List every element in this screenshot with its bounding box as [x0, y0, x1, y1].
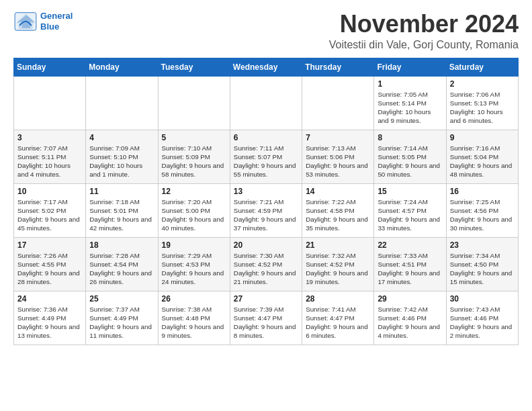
day-number: 29: [378, 294, 442, 304]
calendar-day-24: 24Sunrise: 7:36 AMSunset: 4:49 PMDayligh…: [14, 291, 86, 345]
day-info: Sunrise: 7:37 AMSunset: 4:49 PMDaylight:…: [89, 305, 154, 340]
location-title: Voitestii din Vale, Gorj County, Romania: [329, 39, 519, 51]
day-number: 26: [162, 294, 226, 304]
day-number: 20: [234, 240, 298, 250]
day-number: 15: [378, 187, 442, 196]
day-number: 1: [378, 79, 442, 89]
day-number: 18: [89, 240, 154, 250]
weekday-header-sunday: Sunday: [14, 58, 86, 76]
logo-icon: [13, 11, 38, 32]
day-number: 7: [306, 133, 370, 142]
calendar-day-2: 2Sunrise: 7:06 AMSunset: 5:13 PMDaylight…: [446, 76, 518, 130]
day-info: Sunrise: 7:36 AMSunset: 4:49 PMDaylight:…: [17, 305, 82, 340]
calendar-header: SundayMondayTuesdayWednesdayThursdayFrid…: [14, 58, 519, 76]
weekday-header-row: SundayMondayTuesdayWednesdayThursdayFrid…: [14, 58, 519, 76]
calendar-day-27: 27Sunrise: 7:39 AMSunset: 4:47 PMDayligh…: [230, 291, 302, 345]
day-info: Sunrise: 7:20 AMSunset: 5:00 PMDaylight:…: [162, 197, 226, 233]
day-number: 23: [450, 240, 515, 250]
calendar-day-8: 8Sunrise: 7:14 AMSunset: 5:05 PMDaylight…: [374, 130, 446, 183]
calendar-day-12: 12Sunrise: 7:20 AMSunset: 5:00 PMDayligh…: [158, 183, 230, 237]
calendar-day-19: 19Sunrise: 7:29 AMSunset: 4:53 PMDayligh…: [158, 237, 230, 291]
day-info: Sunrise: 7:22 AMSunset: 4:58 PMDaylight:…: [306, 197, 370, 233]
calendar-day-23: 23Sunrise: 7:34 AMSunset: 4:50 PMDayligh…: [446, 237, 518, 291]
calendar-day-18: 18Sunrise: 7:28 AMSunset: 4:54 PMDayligh…: [86, 237, 158, 291]
day-number: 4: [89, 133, 154, 142]
day-number: 14: [306, 187, 370, 196]
calendar-day-9: 9Sunrise: 7:16 AMSunset: 5:04 PMDaylight…: [446, 130, 518, 183]
calendar-day-4: 4Sunrise: 7:09 AMSunset: 5:10 PMDaylight…: [86, 130, 158, 183]
calendar-day-29: 29Sunrise: 7:42 AMSunset: 4:46 PMDayligh…: [374, 291, 446, 345]
day-number: 6: [234, 133, 298, 142]
header: General Blue November 2024 Voitestii din…: [13, 11, 519, 51]
logo-line1: General: [40, 11, 73, 21]
calendar-week-row: 3Sunrise: 7:07 AMSunset: 5:11 PMDaylight…: [14, 130, 519, 183]
day-info: Sunrise: 7:28 AMSunset: 4:54 PMDaylight:…: [89, 251, 154, 287]
day-info: Sunrise: 7:11 AMSunset: 5:07 PMDaylight:…: [234, 144, 298, 179]
day-number: 13: [234, 187, 298, 196]
calendar-week-row: 1Sunrise: 7:05 AMSunset: 5:14 PMDaylight…: [14, 76, 519, 130]
calendar-day-17: 17Sunrise: 7:26 AMSunset: 4:55 PMDayligh…: [14, 237, 86, 291]
day-number: 19: [162, 240, 226, 250]
day-info: Sunrise: 7:25 AMSunset: 4:56 PMDaylight:…: [450, 197, 515, 233]
day-info: Sunrise: 7:16 AMSunset: 5:04 PMDaylight:…: [450, 144, 515, 179]
day-number: 5: [162, 133, 226, 142]
calendar-day-1: 1Sunrise: 7:05 AMSunset: 5:14 PMDaylight…: [374, 76, 446, 130]
calendar-empty-cell: [302, 76, 374, 130]
day-number: 16: [450, 187, 515, 196]
calendar-week-row: 10Sunrise: 7:17 AMSunset: 5:02 PMDayligh…: [14, 183, 519, 237]
day-number: 12: [162, 187, 226, 196]
day-info: Sunrise: 7:39 AMSunset: 4:47 PMDaylight:…: [234, 305, 298, 340]
day-number: 17: [17, 240, 82, 250]
day-info: Sunrise: 7:06 AMSunset: 5:13 PMDaylight:…: [450, 90, 515, 126]
day-number: 3: [17, 133, 82, 142]
calendar-week-row: 17Sunrise: 7:26 AMSunset: 4:55 PMDayligh…: [14, 237, 519, 291]
calendar-table: SundayMondayTuesdayWednesdayThursdayFrid…: [13, 58, 519, 345]
day-number: 2: [450, 79, 515, 89]
logo: General Blue: [13, 11, 73, 32]
day-info: Sunrise: 7:33 AMSunset: 4:51 PMDaylight:…: [378, 251, 442, 287]
day-number: 28: [306, 294, 370, 304]
day-number: 9: [450, 133, 515, 142]
calendar-day-22: 22Sunrise: 7:33 AMSunset: 4:51 PMDayligh…: [374, 237, 446, 291]
calendar-day-11: 11Sunrise: 7:18 AMSunset: 5:01 PMDayligh…: [86, 183, 158, 237]
day-info: Sunrise: 7:13 AMSunset: 5:06 PMDaylight:…: [306, 144, 370, 179]
weekday-header-monday: Monday: [86, 58, 158, 76]
calendar-day-13: 13Sunrise: 7:21 AMSunset: 4:59 PMDayligh…: [230, 183, 302, 237]
day-info: Sunrise: 7:05 AMSunset: 5:14 PMDaylight:…: [378, 90, 442, 126]
calendar-day-5: 5Sunrise: 7:10 AMSunset: 5:09 PMDaylight…: [158, 130, 230, 183]
day-info: Sunrise: 7:10 AMSunset: 5:09 PMDaylight:…: [162, 144, 226, 179]
day-info: Sunrise: 7:09 AMSunset: 5:10 PMDaylight:…: [89, 144, 154, 179]
calendar-day-6: 6Sunrise: 7:11 AMSunset: 5:07 PMDaylight…: [230, 130, 302, 183]
calendar-empty-cell: [230, 76, 302, 130]
calendar-week-row: 24Sunrise: 7:36 AMSunset: 4:49 PMDayligh…: [14, 291, 519, 345]
calendar-day-14: 14Sunrise: 7:22 AMSunset: 4:58 PMDayligh…: [302, 183, 374, 237]
calendar-day-21: 21Sunrise: 7:32 AMSunset: 4:52 PMDayligh…: [302, 237, 374, 291]
calendar-empty-cell: [86, 76, 158, 130]
day-info: Sunrise: 7:14 AMSunset: 5:05 PMDaylight:…: [378, 144, 442, 179]
day-info: Sunrise: 7:32 AMSunset: 4:52 PMDaylight:…: [306, 251, 370, 287]
calendar-day-25: 25Sunrise: 7:37 AMSunset: 4:49 PMDayligh…: [86, 291, 158, 345]
day-info: Sunrise: 7:38 AMSunset: 4:48 PMDaylight:…: [162, 305, 226, 340]
day-number: 10: [17, 187, 82, 196]
day-info: Sunrise: 7:18 AMSunset: 5:01 PMDaylight:…: [89, 197, 154, 233]
day-info: Sunrise: 7:30 AMSunset: 4:52 PMDaylight:…: [234, 251, 298, 287]
weekday-header-thursday: Thursday: [302, 58, 374, 76]
day-info: Sunrise: 7:42 AMSunset: 4:46 PMDaylight:…: [378, 305, 442, 340]
day-number: 8: [378, 133, 442, 142]
day-info: Sunrise: 7:41 AMSunset: 4:47 PMDaylight:…: [306, 305, 370, 340]
day-info: Sunrise: 7:34 AMSunset: 4:50 PMDaylight:…: [450, 251, 515, 287]
day-number: 24: [17, 294, 82, 304]
weekday-header-friday: Friday: [374, 58, 446, 76]
day-info: Sunrise: 7:21 AMSunset: 4:59 PMDaylight:…: [234, 197, 298, 233]
day-info: Sunrise: 7:43 AMSunset: 4:46 PMDaylight:…: [450, 305, 515, 340]
day-number: 27: [234, 294, 298, 304]
day-info: Sunrise: 7:07 AMSunset: 5:11 PMDaylight:…: [17, 144, 82, 179]
day-number: 11: [89, 187, 154, 196]
weekday-header-saturday: Saturday: [446, 58, 518, 76]
calendar-body: 1Sunrise: 7:05 AMSunset: 5:14 PMDaylight…: [14, 76, 519, 345]
logo-line2: Blue: [40, 21, 59, 32]
calendar-empty-cell: [158, 76, 230, 130]
day-number: 30: [450, 294, 515, 304]
day-number: 25: [89, 294, 154, 304]
calendar-day-30: 30Sunrise: 7:43 AMSunset: 4:46 PMDayligh…: [446, 291, 518, 345]
